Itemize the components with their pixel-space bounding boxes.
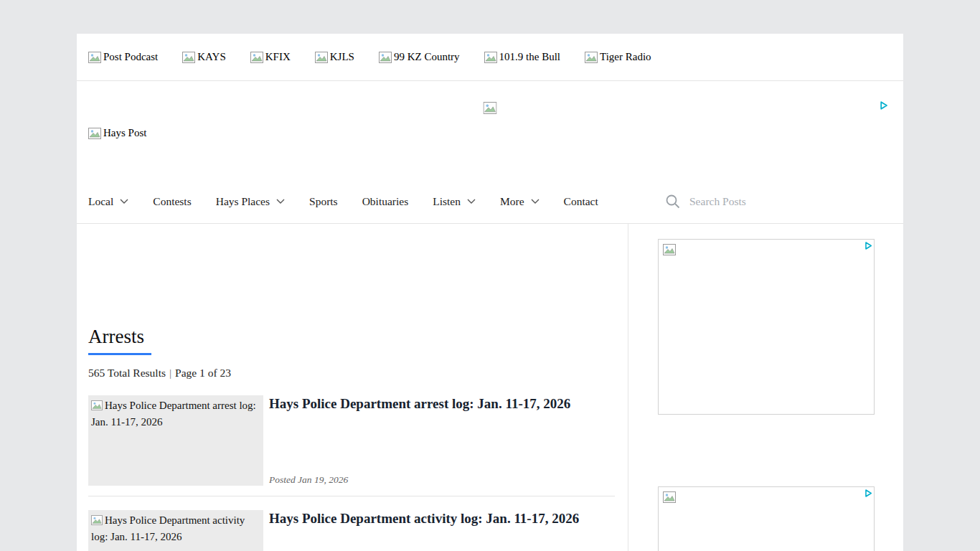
nav-label: Listen — [433, 195, 461, 208]
chevron-down-icon — [467, 199, 476, 204]
results-separator: | — [166, 367, 175, 379]
station-link-101-9-the-bull[interactable]: 101.9 the Bull — [484, 51, 560, 63]
page-info: Page 1 of 23 — [175, 367, 231, 379]
broken-image-icon — [585, 52, 598, 63]
article-thumbnail[interactable]: Hays Police Department activity log: Jan… — [88, 510, 263, 551]
results-count: 565 Total Results — [88, 367, 166, 379]
chevron-down-icon — [120, 199, 128, 204]
broken-image-icon — [663, 491, 676, 506]
nav-label: Contests — [153, 195, 191, 208]
nav-label: Local — [88, 195, 113, 208]
broken-image-icon — [250, 52, 263, 63]
broken-image-icon — [91, 400, 103, 410]
search-icon[interactable] — [665, 194, 681, 209]
article-text-block: Hays Police Department arrest log: Jan. … — [269, 395, 615, 486]
section-head: Arrests — [88, 326, 615, 355]
station-link-kfix[interactable]: KFIX — [250, 51, 291, 63]
article-title-link[interactable]: Hays Police Department activity log: Jan… — [269, 510, 615, 528]
article-thumbnail[interactable]: Hays Police Department arrest log: Jan. … — [88, 395, 263, 486]
nav-label: Obituaries — [362, 195, 409, 208]
results-summary: 565 Total Results|Page 1 of 23 — [88, 367, 615, 380]
nav-item-more[interactable]: More — [500, 195, 540, 208]
broken-image-icon — [182, 52, 195, 63]
article-posted-date: Posted Jan 19, 2026 — [269, 474, 615, 486]
broken-image-icon — [484, 101, 497, 115]
search-input[interactable] — [688, 194, 813, 209]
search-box — [665, 194, 892, 209]
nav-item-contact[interactable]: Contact — [564, 195, 598, 208]
nav-label: More — [500, 195, 524, 208]
station-link-tiger-radio[interactable]: Tiger Radio — [585, 51, 651, 63]
station-link-kays[interactable]: KAYS — [182, 51, 225, 63]
broken-image-icon — [88, 128, 101, 139]
main-content: Arrests 565 Total Results|Page 1 of 23 H… — [77, 224, 903, 551]
broken-image-icon — [379, 52, 392, 63]
nav-item-hays-places[interactable]: Hays Places — [216, 195, 285, 208]
article-divider — [88, 496, 615, 496]
nav-label: Hays Places — [216, 195, 270, 208]
broken-image-icon — [663, 244, 676, 258]
nav-item-obituaries[interactable]: Obituaries — [362, 195, 409, 208]
nav-items: Local Contests Hays Places Sports Obitua… — [88, 195, 598, 208]
header-ad-slot[interactable] — [484, 100, 497, 115]
article-title-link[interactable]: Hays Police Department arrest log: Jan. … — [269, 395, 615, 413]
station-link-kjls[interactable]: KJLS — [315, 51, 354, 63]
station-alt-text: KJLS — [330, 51, 354, 63]
article-list-item: Hays Police Department activity log: Jan… — [88, 510, 615, 551]
hays-post-logo[interactable]: Hays Post — [88, 127, 146, 139]
nav-label: Sports — [309, 195, 338, 208]
broken-image-icon — [315, 52, 328, 63]
thumbnail-alt-text: Hays Police Department activity log: Jan… — [91, 514, 245, 542]
logo-alt-text: Hays Post — [103, 127, 146, 139]
nav-item-contests[interactable]: Contests — [153, 195, 191, 208]
station-link-99-kz-country[interactable]: 99 KZ Country — [379, 51, 460, 63]
broken-image-icon — [484, 52, 497, 63]
station-alt-text: 101.9 the Bull — [499, 51, 560, 63]
sidebar-ad-1[interactable] — [658, 239, 875, 415]
article-text-block: Hays Police Department activity log: Jan… — [269, 510, 615, 551]
page-container: Post Podcast KAYS KFIX KJLS 99 KZ Countr… — [77, 34, 903, 551]
station-links-bar: Post Podcast KAYS KFIX KJLS 99 KZ Countr… — [77, 34, 903, 81]
nav-item-local[interactable]: Local — [88, 195, 128, 208]
main-navigation: Local Contests Hays Places Sports Obitua… — [77, 180, 903, 224]
chevron-down-icon — [276, 199, 285, 204]
chevron-down-icon — [531, 199, 540, 204]
page-title: Arrests — [88, 326, 151, 355]
sidebar-ad-2[interactable] — [658, 486, 875, 551]
adchoices-icon[interactable] — [864, 488, 873, 501]
article-list-item: Hays Police Department arrest log: Jan. … — [88, 395, 615, 486]
station-alt-text: 99 KZ Country — [394, 51, 460, 63]
station-link-post-podcast[interactable]: Post Podcast — [88, 51, 158, 63]
thumbnail-alt-text: Hays Police Department arrest log: Jan. … — [91, 400, 256, 428]
broken-image-icon — [91, 515, 103, 525]
broken-image-icon — [88, 52, 101, 63]
nav-item-sports[interactable]: Sports — [309, 195, 338, 208]
station-alt-text: Tiger Radio — [600, 51, 651, 63]
adchoices-icon[interactable] — [864, 240, 873, 253]
article-list-column: Arrests 565 Total Results|Page 1 of 23 H… — [77, 224, 628, 551]
sidebar — [628, 224, 903, 551]
nav-item-listen[interactable]: Listen — [433, 195, 476, 208]
station-alt-text: KAYS — [197, 51, 225, 63]
site-header: Hays Post — [77, 81, 903, 180]
adchoices-icon[interactable] — [879, 100, 889, 113]
station-alt-text: KFIX — [265, 51, 291, 63]
station-alt-text: Post Podcast — [103, 51, 158, 63]
nav-label: Contact — [564, 195, 598, 208]
